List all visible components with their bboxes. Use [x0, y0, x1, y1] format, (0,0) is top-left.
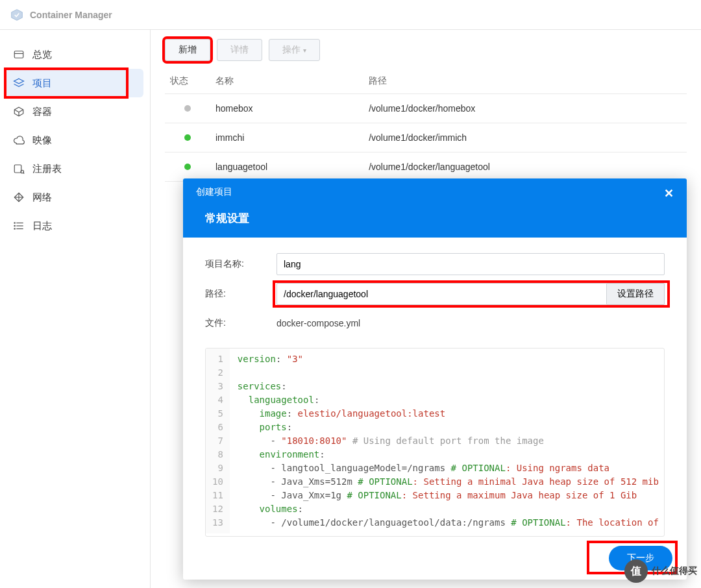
svg-point-17 [14, 223, 16, 224]
svg-line-6 [19, 110, 23, 112]
col-status: 状态 [165, 69, 210, 94]
svg-point-18 [14, 225, 16, 227]
toolbar: 新增 详情 操作▾ [165, 39, 687, 61]
network-icon [13, 191, 25, 203]
status-dot [184, 164, 191, 170]
svg-point-19 [14, 228, 16, 230]
modal-titlebar: 创建项目 ✕ [183, 178, 687, 208]
add-button[interactable]: 新增 [165, 39, 210, 61]
close-icon[interactable]: ✕ [664, 186, 674, 201]
svg-rect-8 [14, 165, 21, 173]
sidebar-item-label: 项目 [32, 77, 52, 90]
sidebar-item-network[interactable]: 网络 [0, 183, 150, 212]
col-name: 名称 [210, 69, 363, 94]
list-icon [13, 220, 25, 232]
table-row[interactable]: immchi /volume1/docker/immich [165, 123, 687, 153]
cell-name: homebox [210, 94, 363, 123]
watermark-badge: 值 [624, 559, 648, 583]
registry-icon [13, 163, 25, 175]
titlebar: Container Manager [0, 0, 701, 30]
dashboard-icon [13, 49, 25, 60]
cloud-icon [13, 134, 25, 146]
sidebar-item-container[interactable]: 容器 [0, 97, 150, 126]
sidebar-item-log[interactable]: 日志 [0, 212, 150, 240]
create-project-modal: 创建项目 ✕ 常规设置 项目名称: 路径: 设置路径 文件: docker-co… [183, 178, 687, 580]
sidebar-item-label: 日志 [32, 220, 52, 232]
col-path: 路径 [363, 69, 687, 94]
cell-name: immchi [210, 123, 363, 153]
app-logo-icon [10, 8, 23, 21]
action-dropdown[interactable]: 操作▾ [269, 39, 320, 61]
sidebar-item-registry[interactable]: 注册表 [0, 154, 150, 183]
svg-line-10 [23, 173, 25, 174]
sidebar-item-label: 容器 [32, 106, 52, 118]
sidebar: 总览 项目 容器 映像 注册表 网络 日志 [0, 30, 151, 588]
modal-title: 创建项目 [196, 186, 232, 201]
modal-subtitle: 常规设置 [183, 208, 687, 238]
label-path: 路径: [205, 288, 277, 300]
svg-marker-3 [14, 79, 24, 84]
set-path-button[interactable]: 设置路径 [607, 283, 665, 305]
svg-marker-0 [12, 9, 23, 20]
sidebar-item-label: 注册表 [32, 163, 62, 175]
watermark: 值 什么值得买 [624, 559, 697, 583]
sidebar-item-overview[interactable]: 总览 [0, 40, 150, 69]
status-dot [184, 105, 191, 112]
yaml-editor[interactable]: 1 2 3 4 5 6 7 8 9 10 11 12 13 version: "… [205, 348, 665, 537]
project-name-input[interactable] [277, 253, 665, 275]
sidebar-item-project[interactable]: 项目 [6, 69, 143, 97]
sidebar-item-image[interactable]: 映像 [0, 126, 150, 154]
sidebar-item-label: 总览 [32, 49, 52, 61]
cell-path: /volume1/docker/languagetool [363, 153, 687, 182]
file-value: docker-compose.yml [277, 313, 360, 334]
cell-name: languagetool [210, 153, 363, 182]
layers-icon [13, 77, 25, 89]
sidebar-item-label: 映像 [32, 134, 52, 147]
chevron-down-icon: ▾ [303, 47, 306, 54]
cell-path: /volume1/docker/homebox [363, 94, 687, 123]
svg-rect-1 [14, 51, 23, 58]
label-file: 文件: [205, 317, 277, 329]
app-title: Container Manager [30, 10, 112, 20]
project-table: 状态 名称 路径 homebox /volume1/docker/homebox… [165, 69, 687, 182]
svg-line-5 [14, 110, 19, 112]
watermark-text: 什么值得买 [652, 565, 697, 577]
cube-icon [13, 106, 25, 117]
table-row[interactable]: homebox /volume1/docker/homebox [165, 94, 687, 123]
path-input[interactable] [277, 283, 607, 305]
label-project-name: 项目名称: [205, 258, 277, 270]
status-dot [184, 134, 191, 141]
cell-path: /volume1/docker/immich [363, 123, 687, 153]
detail-button[interactable]: 详情 [217, 39, 262, 61]
table-row[interactable]: languagetool /volume1/docker/languagetoo… [165, 153, 687, 182]
sidebar-item-label: 网络 [32, 191, 52, 204]
